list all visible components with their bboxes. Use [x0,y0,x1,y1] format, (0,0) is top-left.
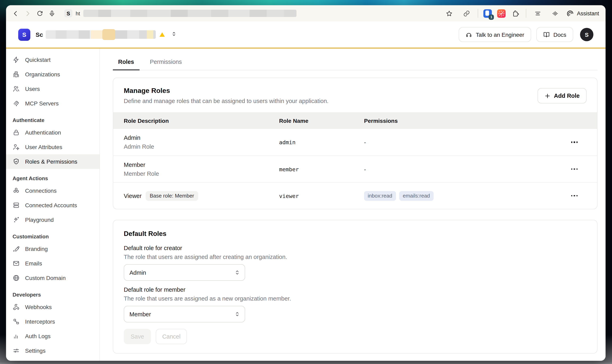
globe-icon [13,274,20,282]
app-logo: S [18,28,30,41]
toolbar-divider [478,9,478,18]
sidebar-item-roles-and-permissions[interactable]: Roles & Permissions [6,154,99,169]
sidebar-item-users[interactable]: Users [6,82,99,96]
manage-roles-title: Manage Roles [124,87,328,95]
sidebar-item-settings[interactable]: Settings [6,343,99,358]
sidebar-item-label: Organizations [25,71,60,78]
row-actions-button[interactable] [569,166,579,172]
webhook-icon [13,303,20,311]
chevron-updown-icon [234,311,240,317]
permission-badge: emails:read [399,191,433,201]
talk-to-engineer-label: Talk to an Engineer [476,31,524,38]
reader-menu-icon[interactable] [531,7,544,19]
project-name-prefix: Sc [36,31,43,38]
sidebar-item-label: Roles & Permissions [25,158,77,165]
column-header-permissions: Permissions [364,117,562,124]
site-favicon: S [64,9,72,17]
docs-button[interactable]: Docs [536,27,573,42]
creator-role-label: Default role for creator [124,245,586,251]
row-actions-button[interactable] [569,193,579,199]
copy-link-icon[interactable] [460,7,473,19]
redacted-project-name [46,30,156,39]
manage-roles-description: Define and manage roles that can be assi… [124,98,328,104]
plus-icon [545,93,551,99]
sidebar-section-authenticate: Authenticate [6,117,99,123]
assistant-button[interactable]: Assistant [566,10,599,17]
roles-table-body: AdminAdmin Roleadmin-MemberMember Roleme… [113,129,597,209]
extension-badge: 1 [489,14,494,20]
creator-role-description: The role that users are assigned after c… [124,254,586,260]
permissions-empty: - [364,166,562,172]
sidebar-item-label: MCP Servers [25,100,59,107]
forward-button[interactable] [21,7,34,19]
cubes-icon [13,187,20,194]
sidebar-item-label: Branding [25,246,48,252]
sliders-icon [13,347,20,354]
save-button[interactable]: Save [124,329,151,344]
voice-equalizer-icon[interactable] [549,7,561,19]
tab-permissions[interactable]: Permissions [145,54,187,70]
sidebar-item-label: Users [25,86,40,92]
server-stack-icon [13,202,20,209]
cancel-button[interactable]: Cancel [156,329,187,344]
extension-blue-icon[interactable]: 1 [483,9,492,18]
default-role-member-select[interactable]: Member [124,306,245,322]
sidebar-item-branding[interactable]: Branding [6,242,99,256]
add-role-button[interactable]: Add Role [538,88,586,104]
extension-red-icon[interactable] [497,9,506,18]
lock-icon [13,129,20,136]
sidebar-item-webhooks[interactable]: Webhooks [6,300,99,314]
screen: S ht 1 [0,0,612,364]
sidebar-item-playground[interactable]: Playground [6,212,99,227]
role-name-code: admin [279,139,364,145]
sidebar-item-auth-logs[interactable]: Auth Logs [6,329,99,343]
member-role-description: The role that users are assigned as a ne… [124,295,586,302]
sidebar-item-emails[interactable]: Emails [6,256,99,271]
sidebar-item-user-attributes[interactable]: User Attributes [6,140,99,154]
assistant-label: Assistant [577,10,599,16]
microphone-icon[interactable] [46,7,58,19]
toolbar-divider [526,9,526,18]
address-bar[interactable]: S ht [64,9,296,17]
row-actions-button[interactable] [569,139,579,145]
back-button[interactable] [9,7,21,19]
extensions-puzzle-icon[interactable] [511,7,521,19]
sidebar-item-mcp-servers[interactable]: MCP Servers [6,96,99,111]
default-role-creator-select[interactable]: Admin [124,264,245,281]
sidebar-item-organizations[interactable]: Organizations [6,67,99,82]
sidebar-item-interceptors[interactable]: Interceptors [6,314,99,329]
sidebar-item-custom-domain[interactable]: Custom Domain [6,271,99,285]
tab-roles[interactable]: Roles [113,54,139,70]
user-gear-icon [13,143,20,151]
creator-select-value: Admin [129,269,146,276]
role-name-code: viewer [279,193,364,199]
sidebar-item-label: Quickstart [25,57,51,63]
sparkles-icon [13,216,20,223]
bookmark-star-icon[interactable] [443,7,455,19]
warning-triangle-icon [160,32,165,37]
sidebar-item-label: Connections [25,187,57,194]
app-header: S Sc Talk to an Engineer [6,21,606,49]
url-text: ht [76,10,80,16]
chevron-updown-icon [234,270,240,275]
sidebar-item-label: Connected Accounts [25,202,77,208]
role-row-member: MemberMember Rolemember- [113,156,597,182]
sidebar-item-label: Interceptors [25,318,55,325]
reload-button[interactable] [34,7,46,19]
sidebar-item-quickstart[interactable]: Quickstart [6,52,99,67]
chevron-updown-icon [171,31,177,38]
manage-roles-card: Manage Roles Define and manage roles tha… [113,78,598,209]
role-title: Admin [124,134,140,141]
sidebar-item-label: Playground [25,217,54,223]
talk-to-engineer-button[interactable]: Talk to an Engineer [459,27,531,42]
sidebar-item-connections[interactable]: Connections [6,183,99,198]
sidebar-nav: QuickstartOrganizationsUsersMCP ServersA… [6,49,100,361]
sidebar-item-label: Authentication [25,129,61,136]
project-switcher[interactable]: Sc [36,30,177,39]
assistant-swirl-icon [566,10,574,17]
sidebar-item-authentication[interactable]: Authentication [6,125,99,140]
mcp-icon [13,100,20,107]
user-avatar[interactable]: S [580,28,593,41]
book-icon [543,31,550,38]
sidebar-item-connected-accounts[interactable]: Connected Accounts [6,198,99,212]
